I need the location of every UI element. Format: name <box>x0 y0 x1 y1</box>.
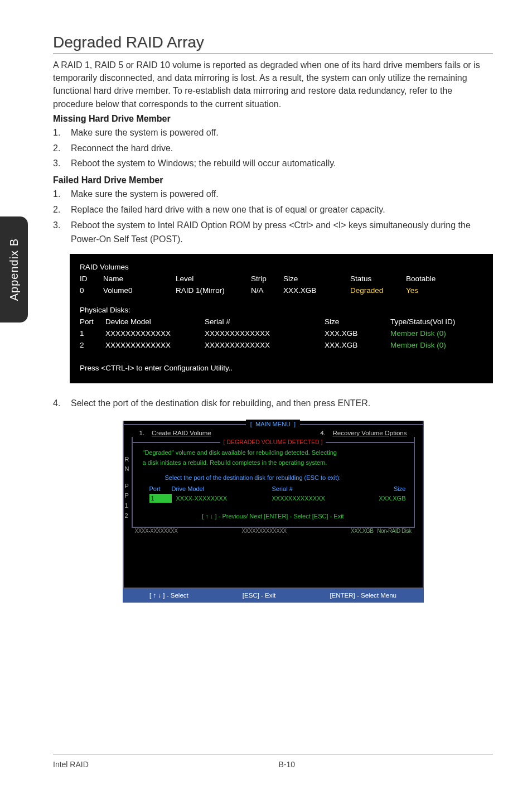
degraded-dialog: [ DEGRADED VOLUME DETECTED ] "Degraded" … <box>132 437 415 528</box>
failed-step-2: Replace the failed hard drive with a new… <box>71 203 493 217</box>
sidebar-tab: Appendix B <box>0 216 28 323</box>
raid-volume-row: 0 Volume0 RAID 1(Mirror) N/A XXX.XGB Deg… <box>80 285 483 297</box>
footer-hint-exit: [ESC] - Exit <box>243 591 275 600</box>
intro-paragraph: A RAID 1, RAID 5 or RAID 10 volume is re… <box>53 59 493 110</box>
footer-left: Intel RAID <box>53 760 273 769</box>
sidebar-tab-label: Appendix B <box>8 238 21 301</box>
grey-overflow-row: XXXX-XXXXXXXXXXXXXXXXXXXXXXXX.XGB Non-RA… <box>124 527 423 535</box>
menu-footer-bar: [ ↑ ↓ ] - Select [ESC] - Exit [ENTER] - … <box>123 589 424 603</box>
menu-opt-create-raid[interactable]: Create RAID Volume <box>152 430 211 436</box>
disk-status-member: Member Disk (0) <box>390 340 446 352</box>
physical-disks-header: Port Device Model Serial # Size Type/Sta… <box>80 316 483 328</box>
footer-hint-enter: [ENTER] - Select Menu <box>330 591 396 600</box>
missing-step-2: Reconnect the hard drive. <box>71 142 493 156</box>
disk-row: 1 XXXXXXXXXXXXX XXXXXXXXXXXXX XXX.XGB Me… <box>80 328 483 340</box>
dialog-select-port: Select the port of the destination disk … <box>143 473 408 483</box>
status-degraded: Degraded <box>350 285 406 297</box>
dialog-line-1: "Degraded" volume and disk available for… <box>138 448 408 458</box>
bootable-yes: Yes <box>406 285 451 297</box>
step-4: 4.Select the port of the destination dis… <box>53 397 493 411</box>
failed-step-3: Reboot the system to Intel RAID Option R… <box>71 219 493 247</box>
raid-volumes-label: RAID Volumes <box>80 262 483 273</box>
missing-step-3: Reboot the system to Windows; the rebuil… <box>71 157 493 171</box>
raid-rom-box: RAID Volumes ID Name Level Strip Size St… <box>70 254 493 383</box>
missing-step-1: Make sure the system is powered off. <box>71 126 493 140</box>
page-footer: Intel RAID B-10 <box>53 754 493 769</box>
dialog-disk-row[interactable]: 1 XXXX-XXXXXXXX XXXXXXXXXXXXX XXX.XGB <box>138 494 408 503</box>
page-title: Degraded RAID Array <box>53 33 493 54</box>
footer-hint-select: [ ↑ ↓ ] - Select <box>149 591 188 600</box>
step-4-text: Select the port of the destination disk … <box>71 397 493 411</box>
dialog-line-2: a disk initiates a rebuild. Rebuild comp… <box>138 458 408 468</box>
failed-steps: 1.Make sure the system is powered off. 2… <box>53 187 493 246</box>
dialog-hints: [ ↑ ↓ ] - Previous/ Next [ENTER] - Selec… <box>138 512 408 521</box>
menu-opt-recovery[interactable]: Recovery Volume Options <box>333 430 407 436</box>
bios-menu-box: [ MAIN MENU ] 1. Create RAID Volume 4. R… <box>123 421 424 603</box>
disk-status-member: Member Disk (0) <box>390 328 446 340</box>
degraded-dialog-title: [ DEGRADED VOLUME DETECTED ] <box>220 438 326 447</box>
physical-disks-label: Physical Disks: <box>80 305 483 316</box>
main-menu-title: [ MAIN MENU ] <box>246 420 300 429</box>
failed-heading: Failed Hard Drive Member <box>53 175 493 185</box>
footer-page-number: B-10 <box>273 760 494 769</box>
disk-row: 2 XXXXXXXXXXXXX XXXXXXXXXXXXX XXX.XGB Me… <box>80 340 483 352</box>
missing-steps: 1.Make sure the system is powered off. 2… <box>53 126 493 171</box>
raid-volumes-header: ID Name Level Strip Size Status Bootable <box>80 273 483 285</box>
press-ctrl-i-label: Press <CTRL-I> to enter Configuration Ut… <box>80 363 483 374</box>
missing-heading: Missing Hard Drive Member <box>53 114 493 124</box>
dialog-columns: Port Drive Model Serial # Size <box>138 484 408 494</box>
failed-step-1: Make sure the system is powered off. <box>71 187 493 201</box>
